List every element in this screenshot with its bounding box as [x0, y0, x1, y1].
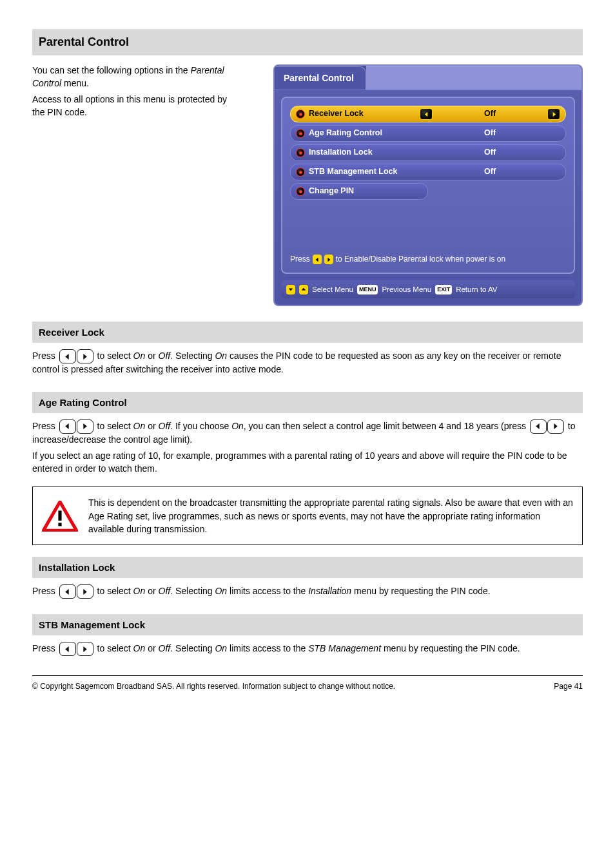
- txt: . Selecting: [170, 586, 215, 596]
- off-value: Off: [159, 420, 171, 430]
- panel-footer-bar: Select Menu MENU Previous Menu EXIT Retu…: [281, 280, 575, 298]
- txt: or: [145, 586, 158, 596]
- svg-marker-4: [289, 288, 293, 291]
- hint-prefix: Press: [290, 254, 310, 265]
- txt: . Selecting: [170, 643, 215, 653]
- svg-marker-9: [83, 423, 87, 429]
- warning-triangle-icon: [42, 501, 78, 532]
- intro-text: You can set the following options in the…: [32, 64, 239, 306]
- left-right-arrows-icon: [59, 642, 93, 656]
- subheader-age-rating: Age Rating Control: [32, 392, 583, 413]
- menu-row-installation-lock[interactable]: Installation Lock Off: [290, 144, 566, 161]
- svg-marker-2: [315, 257, 318, 261]
- left-right-arrows-icon: [59, 420, 93, 434]
- menu-row-receiver-lock[interactable]: Receiver Lock Off: [290, 106, 566, 122]
- txt: Press: [32, 351, 58, 361]
- txt: Press: [32, 420, 58, 430]
- menu-name: Installation: [308, 586, 351, 596]
- hint-suffix: to Enable/Disable Parental lock when pow…: [336, 254, 505, 265]
- arrow-left-icon: [313, 255, 322, 264]
- top-columns: You can set the following options in the…: [32, 64, 583, 306]
- svg-marker-1: [552, 112, 556, 117]
- stb-lock-para: Press to select On or Off. Selecting On …: [32, 642, 583, 656]
- svg-marker-18: [83, 646, 87, 652]
- left-right-arrows-icon: [530, 420, 564, 434]
- intro-line1a: You can set the following options in the: [32, 65, 190, 75]
- subheader-receiver-lock: Receiver Lock: [32, 322, 583, 343]
- menu-name: STB Management: [308, 643, 381, 653]
- footer-return-label: Return to AV: [456, 284, 497, 294]
- txt: , you can then select a control age limi…: [244, 420, 529, 430]
- subheader-stb-lock: STB Management Lock: [32, 614, 583, 635]
- copyright-text: © Copyright Sagemcom Broadband SAS. All …: [32, 681, 395, 692]
- age-rating-para1: Press to select On or Off. If you choose…: [32, 420, 583, 447]
- arrow-left-icon[interactable]: [420, 108, 433, 120]
- on-value: On: [133, 643, 146, 653]
- arrow-right-icon[interactable]: [547, 108, 560, 120]
- menu-row-stb-lock[interactable]: STB Management Lock Off: [290, 164, 566, 180]
- txt: to select: [97, 586, 133, 596]
- arrow-up-icon: [299, 285, 308, 294]
- menu-pill: MENU: [357, 285, 378, 294]
- svg-marker-16: [83, 589, 87, 595]
- bullet-icon: [296, 168, 305, 177]
- panel-hint: Press to Enable/Disable Parental lock wh…: [290, 254, 566, 265]
- svg-marker-11: [554, 423, 558, 429]
- bullet-icon: [296, 148, 305, 157]
- txt: limits access to the: [227, 643, 308, 653]
- txt: to select: [97, 643, 133, 653]
- on-value: On: [133, 351, 146, 361]
- footer-select-label: Select Menu: [312, 284, 353, 294]
- txt: or: [145, 420, 158, 430]
- tab-row: Parental Control: [275, 66, 581, 90]
- svg-marker-6: [65, 354, 69, 360]
- off-value: Off: [159, 643, 171, 653]
- txt: or: [145, 351, 158, 361]
- on-value2: On: [215, 351, 227, 361]
- parental-control-panel: Parental Control Receiver Lock Off Age R…: [273, 64, 583, 306]
- off-value: Off: [159, 586, 171, 596]
- exit-pill: EXIT: [435, 285, 452, 294]
- off-value: Off: [159, 351, 171, 361]
- menu-value: Off: [420, 147, 560, 159]
- on-value: On: [133, 420, 146, 430]
- receiver-lock-para: Press to select On or Off. Selecting On …: [32, 349, 583, 376]
- txt: Press: [32, 586, 58, 596]
- installation-lock-para: Press to select On or Off. Selecting On …: [32, 584, 583, 599]
- menu-value: Off: [420, 166, 560, 178]
- on-value2: On: [231, 420, 244, 430]
- subheader-installation-lock: Installation Lock: [32, 557, 583, 578]
- menu-value: Off: [433, 108, 547, 120]
- bullet-icon: [296, 110, 305, 119]
- svg-marker-7: [83, 354, 87, 360]
- intro-line1b: menu.: [61, 78, 89, 88]
- svg-marker-15: [65, 589, 69, 595]
- menu-label: Installation Lock: [309, 147, 420, 159]
- svg-rect-13: [58, 510, 61, 520]
- left-right-arrows-icon: [59, 349, 93, 363]
- arrow-down-icon: [286, 285, 295, 294]
- svg-marker-0: [424, 112, 427, 117]
- panel-body: Receiver Lock Off Age Rating Control Off…: [281, 97, 575, 274]
- menu-row-age-rating[interactable]: Age Rating Control Off: [290, 125, 566, 142]
- on-value: On: [133, 586, 146, 596]
- intro-line2: Access to all options in this menu is pr…: [32, 93, 239, 119]
- txt: menu by requesting the PIN code.: [381, 643, 520, 653]
- txt: to select: [97, 420, 133, 430]
- menu-label: Age Rating Control: [309, 128, 420, 139]
- warning-text: This is dependent on the broadcaster tra…: [88, 496, 573, 535]
- on-value2: On: [215, 643, 227, 653]
- bullet-icon: [296, 187, 305, 196]
- menu-label: Change PIN: [309, 186, 422, 197]
- tab-parental-control[interactable]: Parental Control: [275, 66, 366, 90]
- svg-marker-5: [302, 288, 306, 291]
- menu-value: Off: [420, 128, 560, 139]
- tab-remainder: [366, 66, 581, 90]
- arrow-right-icon: [324, 255, 333, 264]
- screenshot-container: Parental Control Receiver Lock Off Age R…: [251, 64, 583, 306]
- page-number: Page 41: [554, 681, 583, 692]
- warning-note: This is dependent on the broadcaster tra…: [32, 487, 583, 545]
- menu-label: STB Management Lock: [309, 166, 420, 178]
- age-rating-para2: If you select an age rating of 10, for e…: [32, 450, 583, 475]
- menu-row-change-pin[interactable]: Change PIN: [290, 183, 428, 200]
